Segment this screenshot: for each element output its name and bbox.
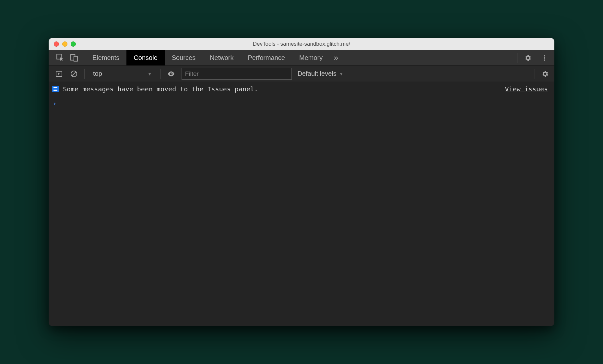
tab-memory[interactable]: Memory [292,50,330,65]
toggle-sidebar-icon[interactable] [54,69,64,78]
view-issues-link[interactable]: View issues [505,85,548,93]
divider [535,69,535,79]
context-label: top [93,70,102,77]
console-toolbar: top ▼ Default levels ▼ [49,66,554,82]
issues-notice-bar: Some messages have been moved to the Iss… [49,82,554,96]
tabbar-right [513,50,554,65]
maximize-window-button[interactable] [71,41,76,47]
clear-console-icon[interactable] [69,69,78,78]
console-prompt: › [53,99,56,107]
svg-point-4 [544,59,545,61]
tab-console[interactable]: Console [126,50,164,65]
console-body[interactable]: › [49,96,554,326]
context-selector[interactable]: top ▼ [90,68,155,80]
tab-sources[interactable]: Sources [165,50,203,65]
traffic-lights [49,41,76,47]
settings-icon[interactable] [523,52,534,63]
svg-point-3 [544,57,545,58]
tab-performance[interactable]: Performance [241,50,292,65]
tabbar: Elements Console Sources Network Perform… [49,50,554,66]
close-window-button[interactable] [54,41,59,47]
issues-icon [52,86,59,92]
console-settings-icon[interactable] [541,69,550,78]
kebab-menu-icon[interactable] [539,52,550,63]
tabbar-left-tools [49,50,85,65]
devtools-window: DevTools - samesite-sandbox.glitch.me/ E… [49,38,554,326]
window-title: DevTools - samesite-sandbox.glitch.me/ [49,41,554,47]
titlebar: DevTools - samesite-sandbox.glitch.me/ [49,38,554,50]
svg-rect-1 [74,56,77,61]
tab-elements[interactable]: Elements [85,50,126,65]
svg-point-2 [544,55,545,56]
live-expression-icon[interactable] [167,69,176,78]
log-levels-selector[interactable]: Default levels ▼ [298,70,344,77]
divider [160,69,161,79]
device-toolbar-icon[interactable] [70,53,78,63]
chevron-down-icon: ▼ [339,71,344,76]
divider [84,69,85,79]
levels-label: Default levels [298,70,337,77]
more-tabs-button[interactable]: » [330,50,342,65]
tab-network[interactable]: Network [203,50,241,65]
filter-input[interactable] [182,68,292,80]
minimize-window-button[interactable] [62,41,67,47]
divider [517,53,517,63]
inspect-element-icon[interactable] [56,53,64,63]
svg-line-7 [72,72,76,76]
issues-message: Some messages have been moved to the Iss… [63,85,258,93]
chevron-down-icon: ▼ [148,71,152,76]
